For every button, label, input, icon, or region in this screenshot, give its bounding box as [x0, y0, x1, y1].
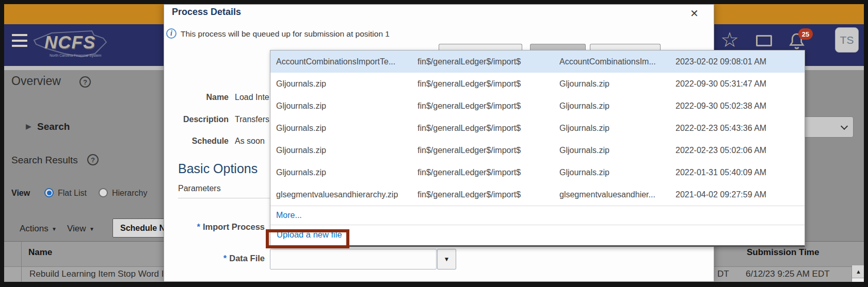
table-row-partial-cell: DT	[717, 269, 729, 279]
close-icon[interactable]: ✕	[690, 8, 699, 19]
required-marker: *	[223, 254, 227, 263]
search-results-help-icon[interactable]: ?	[87, 154, 99, 165]
flat-list-radio-label[interactable]: Flat List	[58, 189, 87, 198]
name-field-label: Name	[164, 93, 229, 102]
dialog-title: Process Details	[172, 7, 241, 18]
hierarchy-radio[interactable]	[99, 188, 108, 197]
ncfs-logo[interactable]: NCFS North Carolina Financial System	[31, 27, 111, 64]
file-option-row[interactable]: Gljournals.zipfin$/generalLedger$/import…	[270, 95, 805, 117]
parameters-heading: Parameters	[178, 184, 221, 193]
table-row-name-cell: Rebuild Learning Item Stop Word I	[29, 269, 169, 279]
scrollbar-thumb[interactable]	[852, 278, 864, 282]
upload-new-file-link[interactable]: Upload a new file	[277, 230, 342, 239]
saved-search-select[interactable]	[797, 116, 854, 138]
flat-list-radio[interactable]	[44, 188, 54, 197]
import-process-dropdown-panel: AccountCombinationsImportTe...fin$/gener…	[270, 50, 805, 247]
submission-time-column-header: Submission Time	[747, 247, 819, 258]
import-process-label: *Import Process	[164, 222, 265, 232]
logo-text: NCFS	[44, 32, 95, 53]
hamburger-menu-icon[interactable]	[12, 34, 27, 47]
info-icon: i	[166, 28, 176, 39]
actions-menu[interactable]: Actions	[20, 224, 49, 234]
search-section-label[interactable]: Search	[37, 121, 70, 132]
flag-icon[interactable]	[756, 35, 772, 46]
name-column-header: Name	[28, 247, 52, 258]
queue-info-text: This process will be queued up for submi…	[181, 29, 390, 39]
file-option-row[interactable]: glsegmentvaluesandhierarchy.zipfin$/gene…	[270, 183, 805, 206]
name-field-value: Load Inte	[235, 93, 269, 102]
data-file-input[interactable]	[270, 249, 437, 269]
hierarchy-radio-label[interactable]: Hierarchy	[112, 189, 147, 198]
scroll-up-icon[interactable]: ▲	[852, 265, 864, 278]
data-file-dropdown-button[interactable]: ▼	[437, 249, 456, 269]
app-window: ⚠ You are using DEV7 environmen NCFS Nor…	[4, 4, 864, 282]
chevron-down-icon	[841, 123, 848, 130]
user-avatar[interactable]: TS	[835, 27, 859, 53]
file-option-row[interactable]: Gljournals.zipfin$/generalLedger$/import…	[270, 117, 805, 139]
logo-tagline: North Carolina Financial System	[50, 54, 101, 57]
file-option-row[interactable]: Gljournals.zipfin$/generalLedger$/import…	[270, 161, 805, 183]
search-results-label: Search Results	[11, 155, 78, 166]
file-option-row[interactable]: Gljournals.zipfin$/generalLedger$/import…	[270, 139, 805, 161]
favorites-star-icon[interactable]: ☆	[720, 29, 739, 50]
description-field-label: Description	[164, 115, 229, 124]
more-row: More...	[270, 206, 805, 225]
upload-row: Upload a new file	[270, 225, 805, 245]
page-title: Overview	[11, 74, 61, 88]
data-file-label: *Data File	[164, 254, 265, 263]
table-scrollbar[interactable]: ▲	[851, 265, 864, 282]
search-expander-icon[interactable]: ▶	[26, 122, 31, 130]
table-column-divider	[21, 242, 22, 282]
schedule-field-value: As soon	[235, 137, 265, 146]
file-option-row[interactable]: Gljournals.zipfin$/generalLedger$/import…	[270, 73, 805, 95]
more-link[interactable]: More...	[276, 211, 302, 220]
actions-caret-icon[interactable]: ▼	[52, 226, 57, 232]
view-label: View	[11, 189, 30, 198]
schedule-field-label: Schedule	[164, 137, 229, 146]
required-marker: *	[197, 222, 200, 231]
screenshot-frame: ⚠ You are using DEV7 environmen NCFS Nor…	[0, 0, 868, 287]
view-menu[interactable]: View	[67, 224, 86, 234]
description-field-value: Transfers	[235, 115, 269, 124]
file-option-row[interactable]: AccountCombinationsImportTe...fin$/gener…	[270, 50, 805, 73]
basic-options-heading: Basic Options	[178, 161, 258, 176]
overview-help-icon[interactable]: ?	[79, 76, 91, 88]
view-caret-icon[interactable]: ▼	[89, 226, 94, 232]
notification-count-badge: 25	[798, 28, 813, 40]
table-row-submission-cell: 6/12/23 9:25 AM EDT	[746, 269, 830, 279]
